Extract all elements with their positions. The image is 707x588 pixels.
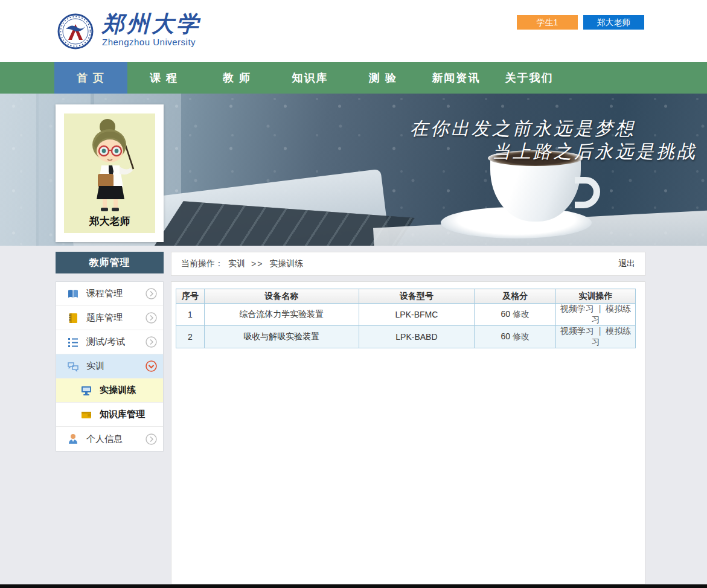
col-header-operations: 实训操作: [556, 289, 636, 304]
cell-index: 2: [176, 326, 205, 348]
cell-device-name: 综合流体力学实验装置: [204, 304, 359, 326]
breadcrumb-prefix: 当前操作：: [181, 258, 223, 269]
banner-slogan-line1: 在你出发之前永远是梦想: [410, 117, 636, 141]
col-header-pass-score: 及格分: [475, 289, 556, 304]
sidebar-menu: 课程管理 题库管理: [56, 281, 164, 452]
main-content-panel: 序号 设备名称 设备型号 及格分 实训操作 1 综合流体力学实验装置 LPK-B…: [171, 281, 645, 584]
col-header-index: 序号: [176, 289, 205, 304]
main-nav: 首 页 课 程 教 师 知识库 测 验 新闻资讯 关于我们: [0, 62, 707, 94]
sidebar-item-label: 实训: [86, 360, 146, 372]
sidebar-item-question-bank[interactable]: 题库管理: [56, 306, 163, 330]
page: 郑州大学 Zhengzhou University 学生1 郑大老师 首 页 课…: [0, 0, 707, 588]
cell-device-model: LPK-BABD: [359, 326, 475, 348]
teacher-button[interactable]: 郑大老师: [583, 15, 644, 30]
table-row: 1 综合流体力学实验装置 LPK-BFMC 60 修改 视频学习 | 模拟练习: [176, 304, 636, 326]
chevron-right-icon: [146, 312, 157, 324]
chevron-right-icon: [146, 433, 157, 445]
video-study-link[interactable]: 视频学习: [560, 304, 594, 313]
breadcrumb-section[interactable]: 实训: [228, 258, 245, 269]
logo-text: 郑州大学 Zhengzhou University: [102, 11, 201, 47]
header: 郑州大学 Zhengzhou University 学生1 郑大老师: [0, 0, 707, 62]
cell-pass-score: 60 修改: [475, 326, 556, 348]
university-name-en: Zhengzhou University: [102, 37, 201, 47]
sidebar-item-knowledge-base-management[interactable]: 知识库管理: [56, 403, 163, 427]
nav-item-teachers[interactable]: 教 师: [200, 62, 274, 94]
cell-pass-score: 60 修改: [475, 304, 556, 326]
person-icon: [67, 433, 79, 445]
wallet-icon: [80, 409, 92, 421]
list-icon: [67, 336, 79, 348]
sidebar-item-label: 实操训练: [100, 385, 157, 396]
pass-score-value: 60: [501, 331, 511, 341]
edit-link[interactable]: 修改: [513, 331, 529, 341]
teacher-name: 郑大老师: [64, 214, 155, 228]
footer-strip: [0, 584, 707, 588]
breadcrumb-current-page[interactable]: 实操训练: [269, 258, 303, 269]
sidebar-item-practical-training[interactable]: 实训: [56, 354, 163, 379]
student-button[interactable]: 学生1: [517, 15, 578, 30]
breadcrumb: 当前操作： 实训 >> 实操训练 退出: [171, 252, 645, 276]
chevron-down-icon: [146, 360, 157, 372]
sidebar-item-label: 课程管理: [86, 288, 146, 299]
monitor-icon: [80, 385, 92, 397]
sidebar-item-hands-on-training[interactable]: 实操训练: [56, 379, 163, 403]
logout-link[interactable]: 退出: [618, 258, 635, 269]
operation-divider: |: [599, 304, 601, 313]
teacher-avatar: [64, 113, 155, 213]
simulation-practice-link[interactable]: 模拟练习: [592, 304, 632, 324]
nav-item-tests[interactable]: 测 验: [347, 62, 420, 94]
notebook-icon: [67, 312, 79, 324]
cell-index: 1: [176, 304, 205, 326]
chevron-right-icon: [146, 336, 157, 348]
table-row: 2 吸收与解吸实验装置 LPK-BABD 60 修改 视频学习 | 模拟练习: [176, 326, 636, 348]
teacher-profile-card: 郑大老师: [56, 104, 164, 242]
col-header-device-name: 设备名称: [204, 289, 359, 304]
cell-device-name: 吸收与解吸实验装置: [204, 326, 359, 348]
nav-item-courses[interactable]: 课 程: [127, 62, 200, 94]
col-header-device-model: 设备型号: [359, 289, 475, 304]
sidebar-item-course-management[interactable]: 课程管理: [56, 282, 163, 306]
nav-item-about[interactable]: 关于我们: [493, 62, 566, 94]
sidebar-item-label: 题库管理: [86, 312, 146, 324]
simulation-practice-link[interactable]: 模拟练习: [592, 326, 632, 347]
sidebar-item-label: 测试/考试: [86, 336, 146, 348]
breadcrumb-separator: >>: [251, 259, 263, 269]
cell-operations: 视频学习 | 模拟练习: [556, 304, 636, 326]
table-header-row: 序号 设备名称 设备型号 及格分 实训操作: [176, 289, 636, 304]
book-icon: [67, 288, 79, 300]
nav-item-news[interactable]: 新闻资讯: [420, 62, 493, 94]
sidebar-item-tests-exams[interactable]: 测试/考试: [56, 330, 163, 354]
sidebar-item-personal-info[interactable]: 个人信息: [56, 427, 163, 451]
sidebar-item-label: 个人信息: [86, 433, 146, 445]
device-table: 序号 设备名称 设备型号 及格分 实训操作 1 综合流体力学实验装置 LPK-B…: [176, 289, 636, 348]
university-logo: 郑州大学 Zhengzhou University: [57, 11, 201, 50]
operation-divider: |: [599, 326, 601, 336]
banner-slogan-line2: 当上路之后永远是挑战: [492, 139, 697, 164]
chat-icon: [67, 360, 79, 372]
cell-operations: 视频学习 | 模拟练习: [556, 326, 636, 348]
chevron-right-icon: [146, 288, 157, 299]
university-emblem-icon: [57, 13, 94, 50]
pass-score-value: 60: [501, 309, 511, 319]
university-name-cn: 郑州大学: [102, 11, 201, 36]
nav-item-knowledge[interactable]: 知识库: [274, 62, 347, 94]
avatar-frame: 郑大老师: [64, 113, 155, 233]
sidebar-item-label: 知识库管理: [100, 409, 157, 420]
edit-link[interactable]: 修改: [513, 309, 529, 319]
sidebar-title: 教师管理: [56, 252, 164, 273]
nav-item-home[interactable]: 首 页: [54, 62, 127, 94]
cell-device-model: LPK-BFMC: [359, 304, 475, 326]
video-study-link[interactable]: 视频学习: [560, 326, 594, 336]
